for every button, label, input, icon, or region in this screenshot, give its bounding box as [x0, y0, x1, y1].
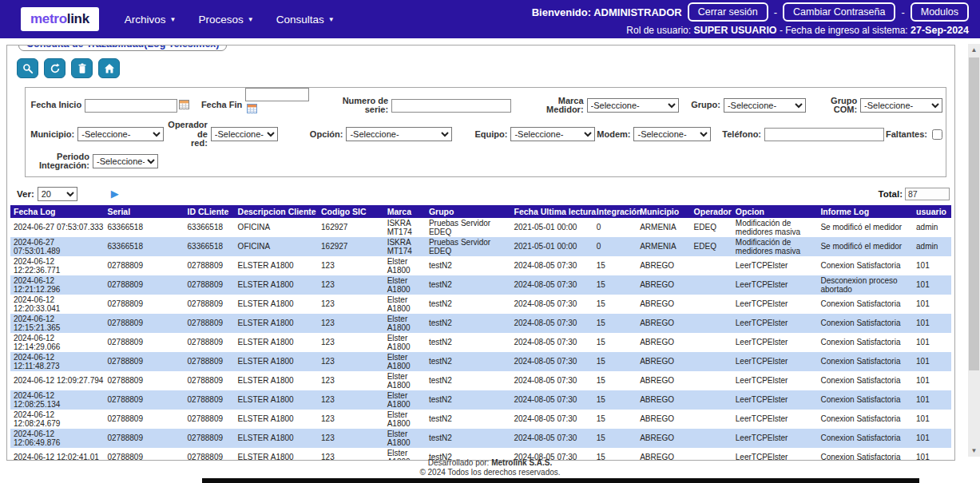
- cell: 02788809: [104, 295, 184, 314]
- fecha-fin-input[interactable]: [245, 88, 309, 101]
- cell: Modificación de medidores masiva: [732, 218, 818, 237]
- faltantes-checkbox[interactable]: [932, 129, 942, 140]
- cell: ELSTER A1800: [235, 410, 318, 429]
- equipo-select[interactable]: -Seleccione-: [510, 127, 595, 141]
- cell: 101: [913, 410, 951, 429]
- opcion-select[interactable]: -Seleccione-: [346, 127, 452, 141]
- cell: Conexion Satisfactoria: [817, 333, 913, 352]
- ingreso-date: 27-Sep-2024: [911, 25, 969, 36]
- cell: 02788809: [104, 314, 184, 333]
- cell: LeerTCPElster: [732, 410, 818, 429]
- cell: 02788809: [184, 371, 235, 390]
- logo-text-link: link: [67, 11, 89, 26]
- page-size-select[interactable]: 20: [38, 187, 77, 201]
- grupo-select[interactable]: -Seleccione-: [724, 98, 806, 113]
- table-row: 2024-06-12 12:21:12.2960278880902788809E…: [10, 275, 951, 295]
- cell: LeerTCPElster: [732, 371, 818, 390]
- operador-red-select[interactable]: -Seleccione-: [211, 127, 278, 141]
- cell: ISKRA MT174: [384, 237, 426, 256]
- cell: LeerTCPElster: [732, 295, 818, 314]
- table-row: 2024-06-12 12:09:27.7940278880902788809E…: [10, 371, 951, 390]
- change-password-button[interactable]: Cambiar Contraseña: [783, 2, 895, 22]
- cell: 15: [593, 314, 637, 333]
- filters-panel: Fecha Inicio Fecha Fin Numero de serie:: [25, 87, 946, 177]
- home-button[interactable]: [98, 58, 120, 78]
- column-header: Grupo: [426, 205, 511, 218]
- cell: 101: [913, 352, 951, 371]
- cell: 2024-08-05 07:30: [510, 429, 593, 448]
- scroll-down-icon[interactable]: ▼: [968, 445, 980, 457]
- footer-company: Metrolink S.A.S.: [491, 458, 552, 467]
- log-table-body: 2024-06-27 07:53:07.3336336651863366518O…: [10, 218, 951, 461]
- cell: 15: [593, 390, 637, 410]
- numero-serie-input[interactable]: [391, 99, 511, 113]
- cell: ELSTER A1800: [235, 295, 318, 314]
- cell: ELSTER A1800: [235, 314, 318, 333]
- cell: admin: [913, 237, 951, 256]
- cell: 02788809: [184, 410, 235, 429]
- calendar-icon[interactable]: [247, 102, 257, 117]
- telefono-input[interactable]: [764, 128, 884, 141]
- calendar-icon[interactable]: [179, 98, 189, 113]
- logout-button[interactable]: Cerrar sesión: [688, 2, 768, 22]
- cell: LeerTCPElster: [732, 352, 818, 371]
- log-table: Fecha LogSerialID CLienteDescripcion Cli…: [10, 205, 951, 461]
- cell: Modificación de medidores masiva: [732, 237, 818, 256]
- main-nav: Archivos ▼ Procesos ▼ Consultas ▼: [125, 14, 335, 26]
- column-header: Descripcion Cliente: [235, 205, 318, 218]
- scrollbar-thumb[interactable]: [969, 57, 979, 370]
- modem-label: Modem:: [597, 130, 630, 140]
- cell: testN2: [426, 410, 511, 429]
- fecha-fin-label: Fecha Fin: [189, 101, 242, 110]
- periodo-integracion-select[interactable]: -Seleccione-: [93, 154, 158, 168]
- cell: 15: [593, 352, 637, 371]
- cell: [691, 390, 732, 410]
- scroll-up-icon[interactable]: ▲: [968, 44, 980, 56]
- cell: admin: [913, 218, 951, 237]
- search-button[interactable]: [17, 58, 38, 78]
- nav-procesos[interactable]: Procesos ▼: [199, 14, 254, 26]
- modem-select[interactable]: -Seleccione-: [633, 127, 711, 141]
- cell: 123: [318, 390, 384, 410]
- vertical-scrollbar[interactable]: ▲ ▼: [968, 44, 980, 457]
- equipo-label: Equipo:: [474, 130, 507, 140]
- nav-consultas[interactable]: Consultas ▼: [276, 14, 335, 26]
- periodo-integracion-label: Periodo Integración:: [29, 152, 89, 171]
- cell: 2024-08-05 07:30: [510, 371, 593, 390]
- cell: 02788809: [104, 333, 184, 352]
- refresh-button[interactable]: [44, 58, 65, 78]
- nav-archivos[interactable]: Archivos ▼: [125, 14, 177, 26]
- cell: 2024-08-05 07:30: [510, 390, 593, 410]
- municipio-select[interactable]: -Seleccione-: [77, 127, 163, 141]
- cell: 2024-06-12 12:06:49.876: [10, 429, 104, 448]
- cell: ARMENIA: [637, 218, 690, 237]
- cell: [691, 429, 732, 448]
- grupo-com-select[interactable]: -Seleccione-: [860, 98, 942, 113]
- delete-button[interactable]: [71, 58, 93, 78]
- role-value: SUPER USUARIO: [693, 25, 776, 36]
- cell: ISKRA MT174: [384, 218, 426, 237]
- metrolink-logo[interactable]: metrolink: [21, 7, 99, 31]
- cell: LeerTCPElster: [732, 333, 818, 352]
- cell: Se modificó el medidor: [817, 237, 913, 256]
- cell: ELSTER A1800: [235, 275, 318, 295]
- refresh-icon: [50, 63, 61, 74]
- cell: 0: [593, 237, 637, 256]
- list-bar: Ver: 20 ▶ Total: 87: [17, 187, 950, 201]
- ingreso-label: - Fecha de ingreso al sistema:: [780, 25, 908, 36]
- fecha-inicio-input[interactable]: [85, 99, 177, 113]
- cell: LeerTCPElster: [732, 256, 818, 275]
- cell: Conexion Satisfactoria: [817, 314, 913, 333]
- cell: 02788809: [104, 352, 184, 371]
- next-page-icon[interactable]: ▶: [111, 188, 119, 199]
- cell: ABREGO: [637, 352, 690, 371]
- marca-medidor-select[interactable]: -Seleccione-: [587, 98, 679, 113]
- role-line: Rol de usuario: SUPER USUARIO - Fecha de…: [626, 25, 969, 36]
- cell: Elster A1800: [384, 314, 426, 333]
- modules-button[interactable]: Modulos: [911, 2, 969, 22]
- cell: 2024-08-05 07:30: [510, 314, 593, 333]
- trash-icon: [77, 63, 88, 74]
- faltantes-label: Faltantes:: [886, 130, 927, 140]
- cell: 0: [593, 218, 637, 237]
- page-footer: Desarrollado por: Metrolink S.A.S. © 202…: [0, 458, 980, 477]
